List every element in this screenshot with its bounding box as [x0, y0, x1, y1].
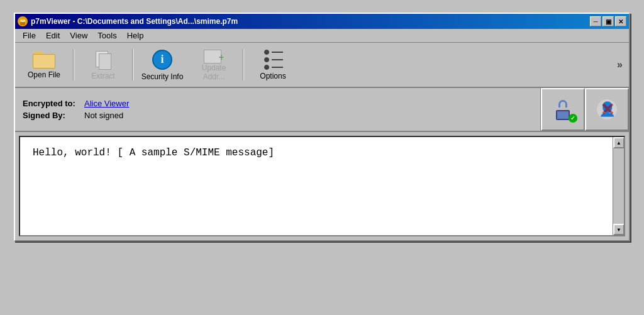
- restore-button[interactable]: ▣: [602, 16, 614, 26]
- info-panel: Encrypted to: Alice Viewer Signed By: No…: [15, 88, 629, 132]
- signature-status-button[interactable]: 👤: [585, 88, 629, 131]
- title-controls: ─ ▣ ✕: [590, 16, 626, 26]
- security-info-label: Security Info: [142, 72, 184, 81]
- menu-help[interactable]: Help: [122, 30, 149, 41]
- scroll-up-button[interactable]: ▲: [613, 137, 625, 148]
- menu-bar: File Edit View Tools Help: [15, 29, 629, 43]
- security-info-button[interactable]: i Security Info: [137, 46, 187, 84]
- separator-2: [132, 49, 133, 80]
- encrypted-row: Encrypted to: Alice Viewer: [23, 99, 533, 108]
- app-icon: ✉: [18, 16, 28, 26]
- menu-view[interactable]: View: [65, 30, 92, 41]
- encrypted-label: Encrypted to:: [23, 99, 79, 108]
- info-icons: ✓ 👤: [540, 88, 629, 131]
- update-addr-label: Update Addr...: [191, 64, 236, 81]
- options-button[interactable]: Options: [248, 46, 298, 84]
- security-info-icon: i: [151, 48, 174, 70]
- signed-label: Signed By:: [23, 111, 79, 120]
- title-bar: ✉ p7mViewer - C:\Documents and Settings\…: [15, 14, 629, 29]
- window-title: p7mViewer - C:\Documents and Settings\Ad…: [31, 17, 238, 26]
- extract-button[interactable]: Extract: [78, 46, 128, 84]
- lock-icon: ✓: [551, 97, 575, 121]
- extract-label: Extract: [91, 72, 114, 80]
- open-file-button[interactable]: Open File: [19, 46, 69, 84]
- menu-tools[interactable]: Tools: [92, 30, 121, 41]
- main-window: ✉ p7mViewer - C:\Documents and Settings\…: [14, 13, 630, 241]
- update-addr-icon: +: [204, 48, 224, 62]
- toolbar-overflow[interactable]: »: [614, 59, 625, 70]
- signed-value: Not signed: [84, 111, 123, 120]
- separator-3: [243, 49, 244, 80]
- scroll-down-button[interactable]: ▼: [613, 224, 625, 235]
- encrypted-value[interactable]: Alice Viewer: [84, 99, 129, 108]
- no-signature-icon: 👤: [595, 97, 619, 121]
- info-fields: Encrypted to: Alice Viewer Signed By: No…: [15, 88, 540, 131]
- close-button[interactable]: ✕: [615, 16, 626, 26]
- title-bar-left: ✉ p7mViewer - C:\Documents and Settings\…: [18, 16, 238, 26]
- menu-edit[interactable]: Edit: [41, 30, 65, 41]
- options-icon: [262, 50, 284, 70]
- signed-row: Signed By: Not signed: [23, 111, 533, 120]
- options-label: Options: [260, 72, 286, 80]
- encryption-status-button[interactable]: ✓: [541, 88, 585, 131]
- separator-1: [73, 49, 74, 80]
- open-file-label: Open File: [28, 70, 60, 79]
- message-content: Hello, world! [ A sample S/MIME message]…: [19, 136, 625, 236]
- scrollbar: ▲ ▼: [613, 137, 624, 235]
- message-text: Hello, world! [ A sample S/MIME message]: [33, 147, 274, 158]
- toolbar: Open File Extract i Security Info + U: [15, 43, 629, 88]
- folder-icon: [33, 51, 55, 69]
- extract-icon: [93, 50, 113, 70]
- menu-file[interactable]: File: [18, 30, 41, 41]
- update-addr-button[interactable]: + Update Addr...: [189, 46, 239, 84]
- minimize-button[interactable]: ─: [590, 16, 601, 26]
